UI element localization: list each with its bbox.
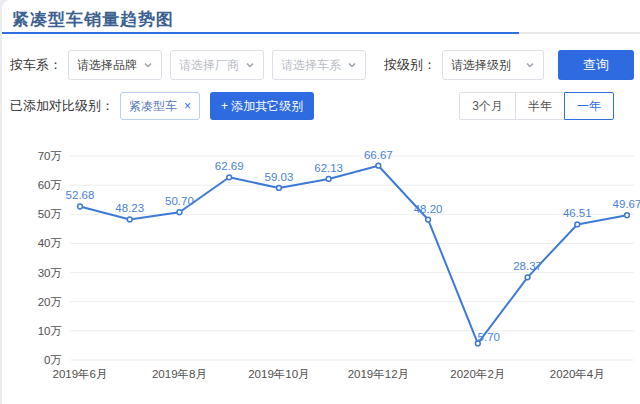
svg-text:48.23: 48.23 [115, 202, 144, 214]
svg-text:49.67: 49.67 [613, 198, 640, 210]
page-title: 紧凑型车销量趋势图 [12, 8, 174, 31]
comparison-tag: 紧凑型车 × [120, 92, 200, 120]
series-filter-label: 按车系： [10, 56, 62, 74]
filter-bar: 按车系： 请选择品牌 请选择厂商 请选择车系 按级别： 请选择级别 查询 [10, 50, 634, 80]
svg-text:2019年8月: 2019年8月 [152, 368, 207, 380]
car-series-select[interactable]: 请选择车系 [272, 50, 366, 80]
svg-text:2020年4月: 2020年4月 [550, 368, 605, 380]
range-halfyear-button[interactable]: 半年 [515, 92, 565, 120]
add-level-button[interactable]: + 添加其它级别 [210, 92, 314, 120]
svg-text:0万: 0万 [44, 354, 62, 366]
grid-lines [70, 156, 634, 360]
svg-text:70万: 70万 [38, 150, 62, 162]
brand-select[interactable]: 请选择品牌 [68, 50, 162, 80]
chevron-down-icon [347, 60, 357, 70]
comparison-label: 已添加对比级别： [10, 97, 114, 115]
title-underline [2, 32, 640, 34]
svg-text:2019年10月: 2019年10月 [248, 368, 309, 380]
svg-text:60万: 60万 [38, 179, 62, 191]
svg-text:62.69: 62.69 [215, 160, 244, 172]
svg-text:40万: 40万 [38, 237, 62, 249]
svg-text:46.51: 46.51 [563, 207, 592, 219]
svg-text:50万: 50万 [38, 208, 62, 220]
level-select[interactable]: 请选择级别 [442, 50, 544, 80]
svg-text:2019年6月: 2019年6月 [53, 368, 108, 380]
chevron-down-icon [525, 60, 535, 70]
svg-text:48.20: 48.20 [414, 203, 443, 215]
svg-text:66.67: 66.67 [364, 149, 393, 161]
svg-text:20万: 20万 [38, 296, 62, 308]
time-range-group: 3个月 半年 一年 [459, 92, 614, 120]
svg-text:62.13: 62.13 [314, 162, 343, 174]
data-points [78, 163, 630, 345]
data-labels: 52.6848.2350.7062.6959.0362.1366.6748.20… [66, 149, 640, 344]
svg-text:5.70: 5.70 [478, 331, 500, 343]
chevron-down-icon [143, 60, 153, 70]
tag-close-icon[interactable]: × [184, 99, 191, 113]
trend-line [80, 166, 627, 344]
svg-text:59.03: 59.03 [265, 171, 294, 183]
chevron-down-icon [245, 60, 255, 70]
level-select-value: 请选择级别 [451, 57, 511, 74]
comparison-tag-label: 紧凑型车 [129, 98, 177, 115]
svg-text:28.37: 28.37 [513, 260, 542, 272]
range-3months-button[interactable]: 3个月 [459, 92, 516, 120]
sales-trend-chart: 0万10万20万30万40万50万60万70万2019年6月2019年8月201… [2, 140, 640, 404]
y-axis-labels: 0万10万20万30万40万50万60万70万 [38, 150, 62, 366]
svg-text:30万: 30万 [38, 267, 62, 279]
svg-text:10万: 10万 [38, 325, 62, 337]
manufacturer-select[interactable]: 请选择厂商 [170, 50, 264, 80]
level-filter-label: 按级别： [384, 56, 436, 74]
car-series-select-value: 请选择车系 [281, 57, 341, 74]
query-button[interactable]: 查询 [558, 50, 634, 80]
line-chart-svg: 0万10万20万30万40万50万60万70万2019年6月2019年8月201… [2, 140, 640, 404]
svg-text:52.68: 52.68 [66, 189, 95, 201]
dashboard-card: 紧凑型车销量趋势图 按车系： 请选择品牌 请选择厂商 请选择车系 按级别： 请选… [2, 0, 640, 404]
svg-text:2019年12月: 2019年12月 [348, 368, 409, 380]
x-axis-labels: 2019年6月2019年8月2019年10月2019年12月2020年2月202… [53, 368, 605, 380]
brand-select-value: 请选择品牌 [77, 57, 137, 74]
comparison-bar: 已添加对比级别： 紧凑型车 × + 添加其它级别 3个月 半年 一年 [10, 92, 634, 120]
svg-text:50.70: 50.70 [165, 195, 194, 207]
manufacturer-select-value: 请选择厂商 [179, 57, 239, 74]
range-oneyear-button[interactable]: 一年 [564, 92, 614, 120]
svg-text:2020年2月: 2020年2月 [450, 368, 505, 380]
